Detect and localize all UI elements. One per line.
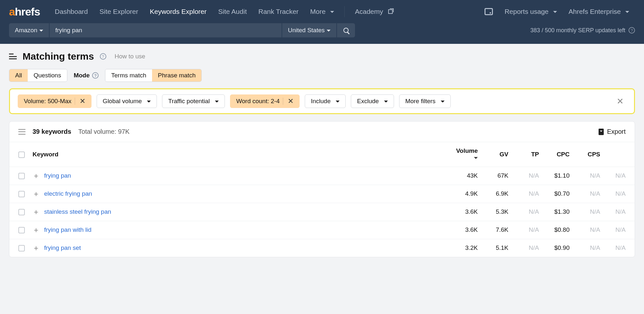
search-button[interactable]	[337, 23, 355, 37]
title-help-icon[interactable]: ?	[100, 53, 106, 60]
cell-tp: N/A	[512, 239, 543, 257]
filter-exclude[interactable]: Exclude	[351, 94, 394, 108]
keyword-link[interactable]: frying pan set	[44, 244, 81, 251]
serp-updates-info: 383 / 500 monthly SERP updates left ?	[530, 27, 635, 34]
cell-cps: N/A	[573, 239, 604, 257]
expand-button[interactable]: +	[33, 172, 40, 180]
cell-gv: 7.6K	[482, 221, 512, 239]
toggle-all[interactable]: All	[9, 69, 28, 82]
report-type-toggle: All Questions	[9, 69, 67, 82]
keyword-input[interactable]	[50, 23, 282, 37]
row-checkbox[interactable]	[18, 173, 25, 179]
cell-cps: N/A	[573, 167, 604, 185]
nav-site-explorer[interactable]: Site Explorer	[94, 8, 144, 15]
cell-extra: N/A	[604, 185, 635, 203]
table-row: +stainless steel frying pan 3.6K 5.3K N/…	[9, 203, 635, 221]
nav-more[interactable]: More	[304, 8, 340, 15]
nav-academy-label: Academy	[355, 8, 383, 15]
nav-separator	[344, 6, 345, 17]
cell-cpc: $1.30	[543, 203, 573, 221]
nav-keywords-explorer[interactable]: Keywords Explorer	[144, 8, 212, 15]
results-card: 39 keywords Total volume: 97K Export Key…	[9, 121, 635, 257]
col-cps[interactable]: CPS	[573, 142, 604, 167]
content: Matching terms ? How to use All Question…	[0, 44, 644, 264]
col-cpc[interactable]: CPC	[543, 142, 573, 167]
keywords-table: Keyword Volume GV TP CPC CPS +frying pan…	[9, 142, 635, 257]
keyword-link[interactable]: frying pan	[44, 172, 71, 179]
cell-tp: N/A	[512, 203, 543, 221]
logo-a: a	[9, 5, 15, 18]
close-icon[interactable]: ✕	[283, 98, 293, 105]
cell-cps: N/A	[573, 203, 604, 221]
filter-traffic-potential[interactable]: Traffic potential	[162, 94, 225, 108]
mode-label: Mode?	[74, 72, 99, 79]
col-gv[interactable]: GV	[482, 142, 512, 167]
filter-word-count[interactable]: Word count: 2-4✕	[230, 94, 300, 108]
row-checkbox[interactable]	[18, 245, 25, 251]
cell-tp: N/A	[512, 185, 543, 203]
toggle-questions[interactable]: Questions	[28, 69, 67, 82]
cell-gv: 67K	[482, 167, 512, 185]
expand-button[interactable]: +	[33, 227, 40, 234]
cell-volume: 3.2K	[451, 239, 482, 257]
close-icon[interactable]: ✕	[75, 98, 85, 105]
logo[interactable]: ahrefs	[9, 5, 40, 18]
cell-extra: N/A	[604, 203, 635, 221]
expand-button[interactable]: +	[33, 245, 40, 252]
nav-academy[interactable]: Academy	[349, 8, 399, 15]
cell-volume: 3.6K	[451, 221, 482, 239]
nav-dashboard[interactable]: Dashboard	[49, 8, 94, 15]
serp-updates-label: 383 / 500 monthly SERP updates left	[530, 27, 625, 34]
toggle-terms-match[interactable]: Terms match	[105, 69, 152, 82]
col-keyword[interactable]: Keyword	[29, 142, 451, 167]
col-volume[interactable]: Volume	[451, 142, 482, 167]
filter-global-volume[interactable]: Global volume	[97, 94, 157, 108]
cell-gv: 5.3K	[482, 203, 512, 221]
nav-enterprise[interactable]: Ahrefs Enterprise	[563, 8, 635, 15]
cell-extra: N/A	[604, 239, 635, 257]
list-icon[interactable]	[9, 54, 17, 59]
match-mode-toggle: Terms match Phrase match	[105, 69, 202, 82]
cell-cps: N/A	[573, 221, 604, 239]
cell-cpc: $0.90	[543, 239, 573, 257]
search-icon	[343, 28, 349, 33]
nav-reports-usage[interactable]: Reports usage	[499, 8, 563, 15]
table-row: +electric frying pan 4.9K 6.9K N/A $0.70…	[9, 185, 635, 203]
export-button[interactable]: Export	[599, 128, 626, 135]
filter-include[interactable]: Include	[305, 94, 346, 108]
col-tp[interactable]: TP	[512, 142, 543, 167]
expand-button[interactable]: +	[33, 191, 40, 198]
toggle-phrase-match[interactable]: Phrase match	[152, 69, 201, 82]
rows-icon[interactable]	[18, 129, 25, 135]
keyword-link[interactable]: stainless steel frying pan	[44, 208, 111, 215]
select-all-checkbox[interactable]	[18, 152, 25, 158]
keyword-link[interactable]: frying pan with lid	[44, 226, 91, 233]
toggle-row: All Questions Mode? Terms match Phrase m…	[9, 69, 635, 82]
cell-tp: N/A	[512, 221, 543, 239]
row-checkbox[interactable]	[18, 227, 25, 233]
mode-help-icon[interactable]: ?	[92, 72, 99, 79]
nav-site-audit[interactable]: Site Audit	[212, 8, 253, 15]
row-checkbox[interactable]	[18, 209, 25, 215]
download-icon	[599, 129, 604, 135]
clear-filters-button[interactable]: ✕	[614, 96, 626, 106]
nav-device[interactable]	[479, 8, 499, 15]
cell-cps: N/A	[573, 185, 604, 203]
keyword-link[interactable]: electric frying pan	[44, 190, 92, 197]
cell-cpc: $1.10	[543, 167, 573, 185]
filter-volume[interactable]: Volume: 500-Max✕	[18, 94, 91, 108]
help-icon[interactable]: ?	[629, 27, 635, 34]
expand-button[interactable]: +	[33, 209, 40, 216]
country-select[interactable]: United States	[282, 23, 336, 37]
how-to-use-link[interactable]: How to use	[115, 53, 145, 60]
nav-rank-tracker[interactable]: Rank Tracker	[253, 8, 304, 15]
page-title: Matching terms	[23, 51, 94, 62]
source-select[interactable]: Amazon	[9, 23, 49, 37]
cell-extra: N/A	[604, 221, 635, 239]
col-extra	[604, 142, 635, 167]
external-link-icon	[388, 9, 393, 14]
cell-tp: N/A	[512, 167, 543, 185]
table-header-row: Keyword Volume GV TP CPC CPS	[9, 142, 635, 167]
filter-more[interactable]: More filters	[399, 94, 451, 108]
row-checkbox[interactable]	[18, 191, 25, 197]
